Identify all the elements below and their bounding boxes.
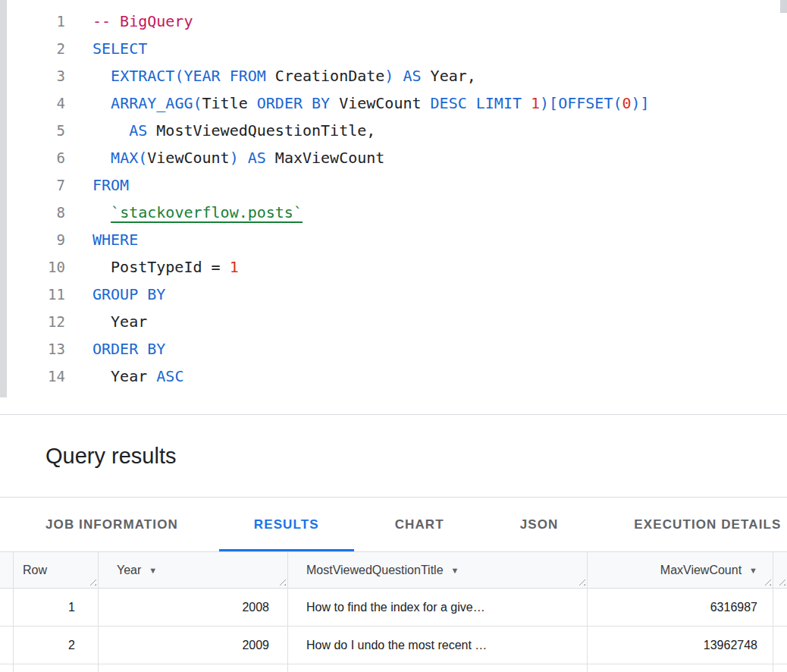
column-header-maxviewcount[interactable]: MaxViewCount▼ bbox=[588, 552, 773, 588]
table-cell bbox=[288, 664, 588, 672]
code-token bbox=[522, 94, 531, 112]
code-token: AS bbox=[129, 121, 147, 140]
editor-left-scrollbar[interactable] bbox=[0, 0, 7, 397]
column-header-label: Row bbox=[23, 564, 47, 577]
table-cell-overflow bbox=[773, 626, 787, 664]
line-number: 2 bbox=[0, 35, 65, 62]
line-number: 14 bbox=[0, 363, 65, 390]
code-token: OFFSET( bbox=[558, 94, 622, 112]
table-cell-overflow bbox=[773, 664, 787, 672]
code-token bbox=[239, 149, 248, 167]
column-header-mostviewedquestiontitle[interactable]: MostViewedQuestionTitle▼ bbox=[288, 552, 588, 588]
code-line[interactable]: 12 Year bbox=[0, 308, 787, 335]
line-number: 5 bbox=[0, 117, 65, 144]
column-header-label: MaxViewCount bbox=[660, 564, 742, 577]
table-cell: 2 bbox=[14, 626, 99, 664]
column-resize-handle[interactable] bbox=[277, 577, 286, 586]
line-number: 3 bbox=[0, 62, 65, 89]
code-line[interactable]: 2SELECT bbox=[0, 35, 787, 62]
column-header-label: MostViewedQuestionTitle bbox=[306, 564, 444, 577]
code-token: CreationDate bbox=[266, 67, 385, 85]
results-table: RowYear▼MostViewedQuestionTitle▼MaxViewC… bbox=[0, 552, 787, 672]
code-line[interactable]: 9WHERE bbox=[0, 226, 787, 253]
code-text: AS MostViewedQuestionTitle, bbox=[92, 117, 375, 144]
code-line[interactable]: 14 Year ASC bbox=[0, 363, 787, 390]
code-token: ORDER BY bbox=[257, 94, 330, 112]
code-token: ASC bbox=[156, 367, 183, 385]
code-text: Year bbox=[92, 308, 147, 335]
line-number: 10 bbox=[0, 253, 65, 281]
code-text: GROUP BY bbox=[92, 281, 165, 308]
code-line[interactable]: 8 `stackoverflow.posts` bbox=[0, 199, 787, 226]
code-line[interactable]: 10 PostTypeId = 1 bbox=[0, 253, 787, 281]
table-row: 22009How do I undo the most recent …1396… bbox=[0, 626, 787, 664]
table-cell: 1 bbox=[14, 589, 99, 626]
column-header-row[interactable]: Row bbox=[14, 552, 99, 588]
table-row-stub-cell bbox=[0, 664, 14, 672]
code-token: Title bbox=[202, 94, 257, 112]
sort-dropdown-icon[interactable]: ▼ bbox=[149, 566, 157, 575]
column-header-label: Year bbox=[117, 564, 141, 577]
code-line[interactable]: 4 ARRAY_AGG(Title ORDER BY ViewCount DES… bbox=[0, 89, 787, 117]
sql-editor[interactable]: 1-- BigQuery2SELECT3 EXTRACT(YEAR FROM C… bbox=[0, 0, 787, 415]
table-header-row: RowYear▼MostViewedQuestionTitle▼MaxViewC… bbox=[0, 552, 787, 589]
code-line[interactable]: 11GROUP BY bbox=[0, 281, 787, 308]
code-line[interactable]: 1-- BigQuery bbox=[0, 8, 787, 35]
line-number: 13 bbox=[0, 335, 65, 363]
code-line[interactable]: 7FROM bbox=[0, 171, 787, 199]
code-token: YEAR bbox=[183, 67, 220, 85]
column-resize-handle[interactable] bbox=[763, 577, 771, 586]
editor-vertical-scrollbar[interactable] bbox=[780, 0, 787, 13]
code-line[interactable]: 3 EXTRACT(YEAR FROM CreationDate) AS Yea… bbox=[0, 62, 787, 89]
tab-execution-details[interactable]: EXECUTION DETAILS bbox=[599, 498, 787, 551]
code-token bbox=[221, 67, 230, 85]
code-token: 1 bbox=[230, 258, 239, 276]
column-resize-handle[interactable] bbox=[577, 577, 585, 586]
code-token: AS bbox=[248, 149, 266, 167]
column-resize-handle[interactable] bbox=[88, 577, 96, 586]
code-token bbox=[92, 121, 129, 140]
table-cell bbox=[588, 664, 773, 672]
column-resize-handle[interactable] bbox=[777, 577, 785, 586]
line-number: 11 bbox=[0, 281, 65, 308]
tab-results[interactable]: RESULTS bbox=[219, 498, 354, 551]
code-line[interactable]: 5 AS MostViewedQuestionTitle, bbox=[0, 117, 787, 144]
bigquery-results-panel: 1-- BigQuery2SELECT3 EXTRACT(YEAR FROM C… bbox=[0, 0, 787, 672]
code-token: Year bbox=[92, 312, 147, 331]
code-token: )] bbox=[632, 94, 650, 112]
table-cell: How to find the index for a give… bbox=[288, 589, 588, 626]
column-header-year[interactable]: Year▼ bbox=[99, 552, 288, 588]
tab-json[interactable]: JSON bbox=[485, 498, 594, 551]
code-token: MaxViewCount bbox=[266, 149, 385, 167]
sort-dropdown-icon[interactable]: ▼ bbox=[451, 566, 459, 575]
sort-dropdown-icon[interactable]: ▼ bbox=[749, 566, 757, 575]
code-token: DESC bbox=[431, 94, 467, 112]
table-reference-link[interactable]: `stackoverflow.posts` bbox=[111, 203, 303, 221]
table-row: 12008How to find the index for a give…63… bbox=[0, 589, 787, 626]
code-token: 1 bbox=[531, 94, 540, 112]
table-row-partial bbox=[0, 664, 787, 672]
table-cell: How do I undo the most recent … bbox=[288, 626, 588, 664]
code-token: ) bbox=[384, 67, 394, 85]
tab-job-information[interactable]: JOB INFORMATION bbox=[11, 498, 213, 551]
line-number: 1 bbox=[0, 8, 65, 35]
code-text: -- BigQuery bbox=[92, 8, 193, 35]
code-token: 0 bbox=[622, 94, 631, 112]
code-token: Year, bbox=[422, 67, 476, 85]
line-number: 4 bbox=[0, 89, 65, 117]
code-text: WHERE bbox=[92, 226, 138, 253]
table-header-overflow-cell bbox=[773, 552, 787, 588]
code-text: FROM bbox=[92, 171, 129, 199]
code-token: AS bbox=[403, 67, 421, 85]
code-token: Year bbox=[92, 367, 156, 385]
line-number: 12 bbox=[0, 308, 65, 335]
code-text: EXTRACT(YEAR FROM CreationDate) AS Year, bbox=[92, 62, 476, 89]
code-token: )[ bbox=[540, 94, 558, 112]
code-line[interactable]: 6 MAX(ViewCount) AS MaxViewCount bbox=[0, 144, 787, 171]
code-line[interactable]: 13ORDER BY bbox=[0, 335, 787, 363]
tab-chart[interactable]: CHART bbox=[360, 498, 479, 551]
code-token: GROUP BY bbox=[92, 285, 165, 303]
code-area: 1-- BigQuery2SELECT3 EXTRACT(YEAR FROM C… bbox=[0, 8, 787, 390]
query-results-title: Query results bbox=[45, 444, 787, 469]
code-token bbox=[394, 67, 403, 85]
